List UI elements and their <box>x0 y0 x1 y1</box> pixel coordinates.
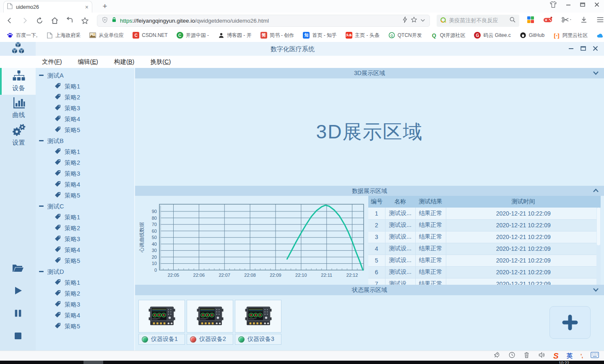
result-table[interactable]: 编号名称测试结果测试时间 1测试设...结果正常2020-12-21 10:22… <box>368 196 601 285</box>
table-row[interactable]: 6测试设...结果正常2020-12-21 10:22:09 <box>368 266 601 278</box>
screenshot-scissors-icon[interactable] <box>561 16 571 25</box>
bookmark-item[interactable]: 头条主页 - 头条 <box>346 32 380 39</box>
tree-item[interactable]: 策略5 <box>36 321 134 332</box>
table-scrollbar[interactable] <box>596 208 601 285</box>
favorite-star-icon[interactable] <box>80 16 89 25</box>
bookmark-star-icon[interactable] <box>411 16 417 25</box>
menu-icon[interactable] <box>596 16 604 25</box>
table-row[interactable]: 2测试设...结果正常2020-12-21 10:22:09 <box>368 219 601 231</box>
ime-punctuation-indicator[interactable]: ’, <box>581 353 583 359</box>
tree-item[interactable]: 策略4 <box>36 310 134 321</box>
tree-item[interactable]: 策略2 <box>36 223 134 234</box>
section-header-3d[interactable]: 3D展示区域 <box>135 68 604 78</box>
games-icon[interactable] <box>543 16 552 25</box>
rail-control-stop[interactable] <box>0 325 36 348</box>
tree-item[interactable]: 策略2 <box>36 157 134 168</box>
tree-item[interactable]: 策略1 <box>36 212 134 223</box>
menu-C[interactable]: 换肤(C) <box>148 57 173 67</box>
tree-group[interactable]: 测试A <box>36 70 134 81</box>
bookmark-item[interactable]: 腾讯云社区 <box>596 32 604 39</box>
rocket-icon[interactable] <box>493 351 500 360</box>
tree-item[interactable]: 策略1 <box>36 277 134 288</box>
device-label[interactable]: 仪器设备2 <box>187 334 233 345</box>
browser-tab-active[interactable]: uidemo26 × <box>3 1 92 13</box>
tab-close-icon[interactable]: × <box>85 4 89 10</box>
device-card[interactable]: 仪器设备3 <box>235 300 281 345</box>
tree-item[interactable]: 策略4 <box>36 179 134 190</box>
rail-item-barchart[interactable]: 曲线 <box>0 95 36 122</box>
back-icon[interactable] <box>5 16 14 25</box>
browser-restore-icon[interactable] <box>580 2 586 8</box>
sogou-input-icon[interactable]: S <box>553 352 559 360</box>
tree-item[interactable]: 策略1 <box>36 81 134 92</box>
bookmark-item[interactable]: 百度一下, <box>7 32 37 39</box>
shield-icon[interactable] <box>102 16 108 25</box>
bookmark-item[interactable]: 从业单位应 <box>89 32 124 39</box>
tree-item[interactable]: 策略1 <box>36 146 134 157</box>
theme-skin-icon[interactable] <box>549 1 557 8</box>
keyboard-icon[interactable] <box>591 352 599 360</box>
apps-grid-icon[interactable] <box>527 16 534 25</box>
search-input[interactable]: 美疫苗注射不良反应 <box>449 17 507 24</box>
device-label[interactable]: 仪器设备3 <box>235 334 281 345</box>
forward-icon[interactable] <box>20 16 29 25</box>
search-box[interactable]: 美疫苗注射不良反应 <box>437 15 519 27</box>
tree-group[interactable]: 测试D <box>36 266 134 277</box>
table-row[interactable]: 4测试设...结果正常2020-12-21 10:22:09 <box>368 243 601 255</box>
bookmark-item[interactable]: CCSDN.NET <box>133 32 167 39</box>
tree-item[interactable]: 策略2 <box>36 288 134 299</box>
browser-close-icon[interactable] <box>594 2 600 8</box>
app-minimize-icon[interactable] <box>568 45 574 53</box>
rail-item-sitemap[interactable]: 设备 <box>0 68 36 95</box>
bookmark-item[interactable]: 知首页 - 知乎 <box>303 32 337 39</box>
lightning-icon[interactable] <box>402 16 408 25</box>
rail-control-play[interactable] <box>0 280 36 303</box>
new-tab-button[interactable]: + <box>100 2 110 11</box>
tree-item[interactable]: 策略4 <box>36 114 134 125</box>
ime-language-indicator[interactable]: 英 <box>567 352 573 360</box>
collapse-minus-icon[interactable] <box>39 72 44 79</box>
app-maximize-icon[interactable] <box>581 45 586 53</box>
menu-E[interactable]: 编辑(E) <box>76 57 101 67</box>
bookmark-item[interactable]: 上海政府采 <box>46 32 81 39</box>
tree-item[interactable]: 策略3 <box>36 234 134 244</box>
collapse-minus-icon[interactable] <box>39 138 44 144</box>
url-dropdown-icon[interactable] <box>420 17 425 24</box>
rail-control-folder-open[interactable] <box>0 257 36 280</box>
tree-group[interactable]: 测试B <box>36 135 134 146</box>
table-row[interactable]: 3测试设...结果正常2020-12-21 10:22:09 <box>368 231 601 243</box>
tree-item[interactable]: 策略4 <box>36 244 134 255</box>
section-header-status[interactable]: 状态展示区域 <box>135 285 604 295</box>
tree-item[interactable]: 策略5 <box>36 190 134 201</box>
tree-item[interactable]: 策略3 <box>36 103 134 114</box>
bookmark-item[interactable]: G码云 Gitee.c <box>474 32 510 39</box>
tree-item[interactable]: 策略5 <box>36 125 134 135</box>
collapse-minus-icon[interactable] <box>39 203 44 210</box>
rail-item-gears[interactable]: 设置 <box>0 122 36 148</box>
section-header-data[interactable]: 数据展示区域 <box>135 186 604 196</box>
history-icon[interactable] <box>508 351 515 360</box>
tree-item[interactable]: 策略2 <box>36 92 134 103</box>
app-close-icon[interactable] <box>593 45 598 53</box>
download-icon[interactable] <box>580 16 588 25</box>
url-text[interactable]: https://feiyangqingyun.gitee.io/qwidgetd… <box>120 18 399 24</box>
url-bar[interactable]: https://feiyangqingyun.gitee.io/qwidgetd… <box>97 15 430 27</box>
tree-item[interactable]: 策略5 <box>36 255 134 266</box>
bookmark-item[interactable]: C开源中国 - <box>177 32 209 39</box>
search-icon[interactable] <box>509 16 516 25</box>
undo-icon[interactable] <box>65 16 74 25</box>
bookmark-item[interactable]: QQTCN开发 <box>388 32 422 39</box>
bookmark-item[interactable]: [-]阿里云社区 <box>553 32 588 39</box>
tree-item[interactable]: 策略3 <box>36 299 134 310</box>
device-card[interactable]: 仪器设备2 <box>187 300 233 345</box>
collapse-minus-icon[interactable] <box>39 268 44 275</box>
home-icon[interactable] <box>50 16 60 25</box>
chevron-down-icon[interactable] <box>593 285 599 295</box>
tree-item[interactable]: 策略3 <box>36 168 134 179</box>
tree-group[interactable]: 测试C <box>36 201 134 212</box>
add-device-button[interactable] <box>549 306 591 339</box>
trash-icon[interactable] <box>523 351 530 360</box>
bookmark-item[interactable]: 博客园 - 开 <box>218 32 252 39</box>
table-row[interactable]: 1测试设...结果正常2020-12-21 10:22:09 <box>368 208 601 219</box>
bookmark-item[interactable]: QQt开源社区 <box>431 32 466 39</box>
